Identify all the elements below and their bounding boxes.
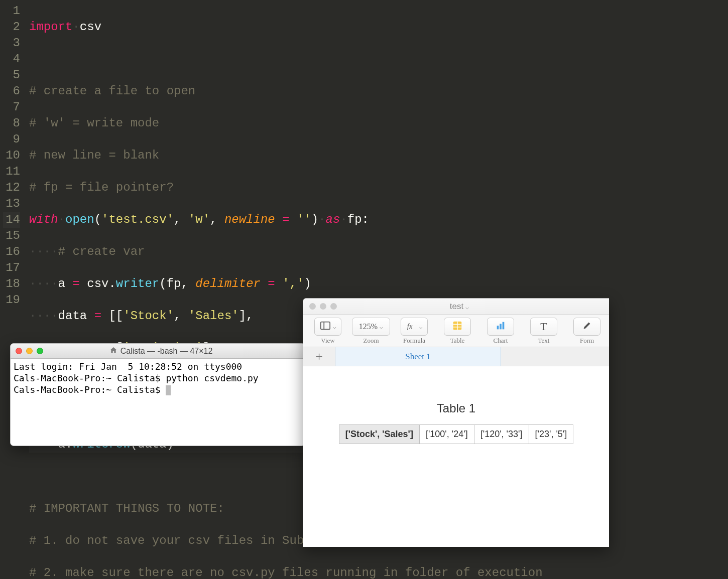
zoom-value: 125% xyxy=(359,322,378,331)
data-table[interactable]: ['Stock', 'Sales'] ['100', '24'] ['120',… xyxy=(339,424,574,444)
view-button[interactable]: ⌵ xyxy=(314,318,341,336)
table-header-cell[interactable]: ['Stock', 'Sales'] xyxy=(339,425,419,444)
chart-button[interactable] xyxy=(487,318,514,336)
terminal-line: Last login: Fri Jan 5 10:28:52 on ttys00… xyxy=(14,361,242,372)
numbers-titlebar[interactable]: test⌵ xyxy=(303,299,609,315)
terminal-body[interactable]: Last login: Fri Jan 5 10:28:52 on ttys00… xyxy=(11,359,305,446)
tool-label: Chart xyxy=(494,337,508,345)
add-sheet-button[interactable]: + xyxy=(303,347,335,366)
table-cell[interactable]: ['120', '33'] xyxy=(474,425,529,444)
svg-rect-7 xyxy=(497,326,499,329)
tool-label: View xyxy=(321,337,334,345)
zoom-button[interactable]: 125% ⌵ xyxy=(352,318,390,336)
toolbar: ⌵ View 125% ⌵ Zoom fx ⌵ Formula xyxy=(303,315,609,347)
table-cell[interactable]: ['23', '5'] xyxy=(529,425,573,444)
terminal-prompt: Cals-MacBook-Pro:~ Calista$ xyxy=(14,384,166,395)
table-row[interactable]: ['Stock', 'Sales'] ['100', '24'] ['120',… xyxy=(339,425,573,444)
chart-icon xyxy=(495,320,506,333)
format-button[interactable] xyxy=(573,318,600,336)
sheet-bar: + Sheet 1 xyxy=(303,347,609,366)
chevron-down-icon: ⌵ xyxy=(419,324,423,330)
tool-label: Formula xyxy=(403,337,425,345)
tool-view: ⌵ View xyxy=(308,318,347,345)
comment: # 2. make sure there are no csv.py files… xyxy=(29,566,543,579)
tool-table: Table xyxy=(438,318,477,345)
comment: # fp = file pointer? xyxy=(29,181,174,194)
chevron-down-icon: ⌵ xyxy=(380,324,383,330)
chevron-down-icon: ⌵ xyxy=(465,304,469,311)
text-button[interactable]: T xyxy=(530,318,557,336)
table-button[interactable] xyxy=(444,318,471,336)
terminal-window[interactable]: Calista — -bash — 47×12 Last login: Fri … xyxy=(10,343,305,446)
tool-label: Zoom xyxy=(363,337,379,345)
cursor xyxy=(166,385,171,395)
table-cell[interactable]: ['100', '24'] xyxy=(419,425,474,444)
close-button[interactable] xyxy=(309,303,316,310)
tool-format: Form xyxy=(567,318,606,345)
svg-rect-0 xyxy=(320,322,329,330)
tool-text: T Text xyxy=(524,318,563,345)
text-icon: T xyxy=(540,320,547,333)
tool-zoom: 125% ⌵ Zoom xyxy=(351,318,391,345)
comment: # 'w' = write mode xyxy=(29,116,159,130)
numbers-window[interactable]: test⌵ ⌵ View 125% ⌵ Zoom fx xyxy=(303,298,609,547)
table-icon xyxy=(452,320,463,333)
view-icon xyxy=(320,320,331,333)
svg-rect-9 xyxy=(503,322,505,330)
formula-button[interactable]: fx ⌵ xyxy=(401,318,428,336)
tool-label: Form xyxy=(580,337,594,345)
svg-text:fx: fx xyxy=(407,322,412,330)
document-title[interactable]: test⌵ xyxy=(316,302,603,312)
tool-formula: fx ⌵ Formula xyxy=(395,318,434,345)
paintbrush-icon xyxy=(581,320,592,333)
keyword-import: import xyxy=(29,20,72,34)
comment: # create var xyxy=(58,245,145,258)
terminal-line: Cals-MacBook-Pro:~ Calista$ python csvde… xyxy=(14,373,259,383)
comment: # create a file to open xyxy=(29,84,195,98)
close-button[interactable] xyxy=(16,348,22,354)
fx-icon: fx xyxy=(406,320,417,333)
table-title[interactable]: Table 1 xyxy=(303,401,609,415)
line-gutter: 1 2 3 4 5 6 7 8 9 10 11 12 13 14 15 16 1… xyxy=(0,0,27,579)
chevron-down-icon: ⌵ xyxy=(333,324,336,330)
tool-label: Text xyxy=(538,337,550,345)
tool-label: Table xyxy=(450,337,465,345)
svg-rect-8 xyxy=(500,324,502,329)
sheet-canvas[interactable]: Table 1 ['Stock', 'Sales'] ['100', '24']… xyxy=(303,366,609,547)
home-icon xyxy=(109,346,117,356)
tool-chart: Chart xyxy=(481,318,520,345)
sheet-tab[interactable]: Sheet 1 xyxy=(335,347,501,366)
comment: # IMPORTANT THINGS TO NOTE: xyxy=(29,502,224,515)
terminal-titlebar[interactable]: Calista — -bash — 47×12 xyxy=(11,344,305,359)
terminal-title: Calista — -bash — 47×12 xyxy=(22,346,300,356)
comment: # new line = blank xyxy=(29,149,159,162)
